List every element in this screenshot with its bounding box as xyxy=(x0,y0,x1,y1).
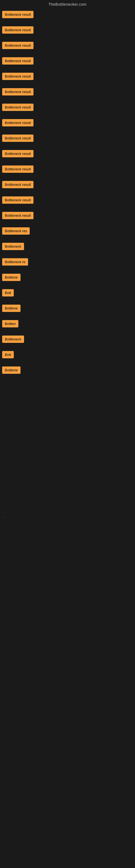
bottleneck-badge[interactable]: Bottleneck result xyxy=(2,119,34,126)
bottleneck-badge[interactable]: Bottleneck result xyxy=(2,150,34,157)
site-header: TheBottlenecker.com xyxy=(0,0,135,10)
list-item[interactable]: Bottleneck result xyxy=(2,11,133,19)
bottleneck-badge[interactable]: Bottlene xyxy=(2,305,20,312)
bottleneck-badge[interactable]: Bottleneck result xyxy=(2,134,34,142)
bottleneck-badge[interactable]: Bottleneck result xyxy=(2,88,34,95)
bottleneck-badge[interactable]: Bottleneck result xyxy=(2,26,34,34)
list-item[interactable]: Bottleneck xyxy=(2,336,133,344)
bottleneck-badge[interactable]: Bottleneck result xyxy=(2,57,34,65)
bottleneck-badge[interactable]: Bottleneck result xyxy=(2,11,34,18)
bottleneck-badge[interactable]: Bottleneck xyxy=(2,243,24,250)
list-item[interactable]: Bottleneck result xyxy=(2,212,133,220)
list-item[interactable]: Bottleneck result xyxy=(2,165,133,174)
list-item[interactable]: Bottlen xyxy=(2,320,133,329)
list-item[interactable]: Bottlene xyxy=(2,305,133,313)
bottleneck-badge[interactable]: Bottleneck result xyxy=(2,73,34,80)
list-item[interactable]: Bottleneck result xyxy=(2,104,133,112)
bottleneck-badge[interactable]: Bottleneck re xyxy=(2,258,28,266)
list-item[interactable]: Bottleneck result xyxy=(2,26,133,35)
bottleneck-badge[interactable]: Bottlene xyxy=(2,274,20,281)
list-item[interactable]: Bottleneck result xyxy=(2,196,133,205)
list-item[interactable]: Bottleneck result xyxy=(2,42,133,50)
list-item[interactable]: Bottleneck result xyxy=(2,73,133,81)
bottleneck-badge[interactable]: Bottleneck result xyxy=(2,212,34,219)
list-item[interactable]: Bottleneck result xyxy=(2,88,133,97)
bottleneck-badge[interactable]: Bottleneck result xyxy=(2,196,34,204)
list-item[interactable]: Bottlene xyxy=(2,367,133,375)
list-item[interactable]: Bottleneck result xyxy=(2,134,133,143)
bottleneck-badge[interactable]: Bott xyxy=(2,351,14,358)
list-item[interactable]: Bottleneck xyxy=(2,243,133,251)
list-item[interactable]: Bottleneck result xyxy=(2,57,133,66)
list-item[interactable]: Bott xyxy=(2,351,133,360)
bottleneck-badge[interactable]: Bottlene xyxy=(2,367,20,374)
bottleneck-badge[interactable]: Bottleneck xyxy=(2,336,24,343)
list-item[interactable]: Bottleneck re xyxy=(2,258,133,267)
bottleneck-badge[interactable]: Bottleneck result xyxy=(2,104,34,111)
bottleneck-badge[interactable]: Bottleneck result xyxy=(2,42,34,49)
bottleneck-badge[interactable]: Bottleneck res xyxy=(2,227,30,235)
bottleneck-list: Bottleneck result Bottleneck result Bott… xyxy=(0,10,135,378)
list-item[interactable]: Bottleneck result xyxy=(2,150,133,158)
bottleneck-badge[interactable]: Bottleneck result xyxy=(2,181,34,188)
bottleneck-badge[interactable]: Bott xyxy=(2,289,14,297)
bottleneck-badge[interactable]: Bottlen xyxy=(2,320,18,328)
list-item[interactable]: Bottleneck result xyxy=(2,181,133,189)
list-item[interactable]: Bottleneck res xyxy=(2,227,133,236)
list-item[interactable]: Bottleneck result xyxy=(2,119,133,127)
site-title: TheBottlenecker.com xyxy=(48,2,86,6)
list-item[interactable]: Bott xyxy=(2,289,133,298)
list-item[interactable]: Bottlene xyxy=(2,274,133,282)
dots-indicator: ... xyxy=(0,513,135,519)
bottleneck-badge[interactable]: Bottleneck result xyxy=(2,165,34,173)
